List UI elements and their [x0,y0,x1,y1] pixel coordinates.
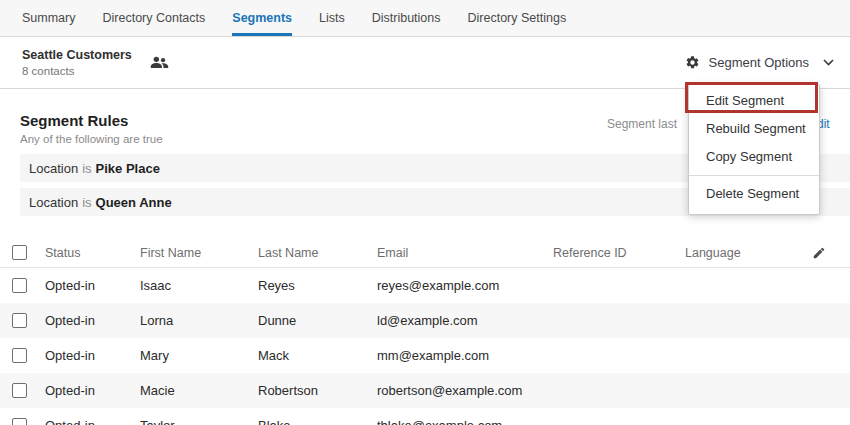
rule-value: Queen Anne [96,195,172,210]
cell-last-name: Dunne [258,313,377,328]
table-row: Opted-inMacieRobertsonrobertson@example.… [0,373,850,408]
select-all-cell [0,245,45,260]
cell-status: Opted-in [45,383,140,398]
tab-directory-settings[interactable]: Directory Settings [468,0,567,36]
row-select-cell [0,278,45,293]
directory-tab-bar: SummaryDirectory ContactsSegmentsListsDi… [0,0,850,37]
chevron-down-icon [823,59,834,66]
rule-field: Location [29,161,78,176]
segment-title: Seattle Customers [22,48,132,63]
segment-options-label: Segment Options [709,55,809,70]
row-select-cell [0,418,45,425]
row-checkbox[interactable] [12,418,27,425]
menu-item-edit-segment[interactable]: Edit Segment [689,87,819,115]
cell-email: mm@example.com [377,348,553,363]
table-header-row: StatusFirst NameLast NameEmailReference … [0,238,850,268]
column-header-status: Status [45,246,140,260]
column-header-reference-id: Reference ID [553,246,685,260]
table-row: Opted-inMaryMackmm@example.com [0,338,850,373]
segment-last-refreshed-text: Segment last [607,117,677,131]
pencil-icon[interactable] [812,246,826,260]
cell-last-name: Mack [258,348,377,363]
cell-last-name: Blake [258,418,377,425]
column-header-first-name: First Name [140,246,258,260]
segment-header: Seattle Customers 8 contacts Segment Opt… [0,37,850,89]
contact-count: 8 contacts [22,64,132,78]
select-all-checkbox[interactable] [12,245,27,260]
cell-status: Opted-in [45,278,140,293]
row-checkbox[interactable] [12,348,27,363]
people-icon [150,55,169,70]
rule-value: Pike Place [96,161,160,176]
menu-item-delete-segment[interactable]: Delete Segment [689,180,819,208]
column-header-email: Email [377,246,553,260]
tab-distributions[interactable]: Distributions [372,0,441,36]
cell-last-name: Robertson [258,383,377,398]
tab-summary[interactable]: Summary [22,0,75,36]
row-select-cell [0,348,45,363]
cell-email: robertson@example.com [377,383,553,398]
column-header-last-name: Last Name [258,246,377,260]
cell-first-name: Isaac [140,278,258,293]
cell-first-name: Mary [140,348,258,363]
menu-divider [689,175,819,176]
contacts-table: StatusFirst NameLast NameEmailReference … [0,238,850,425]
row-select-cell [0,313,45,328]
cell-status: Opted-in [45,348,140,363]
column-header-language: Language [685,246,800,260]
cell-last-name: Reyes [258,278,377,293]
table-row: Opted-inIsaacReyesreyes@example.com [0,268,850,303]
segment-options-menu: Edit SegmentRebuild SegmentCopy SegmentD… [688,84,820,215]
cell-status: Opted-in [45,313,140,328]
menu-item-copy-segment[interactable]: Copy Segment [689,143,819,171]
tab-segments[interactable]: Segments [232,0,292,36]
cell-email: reyes@example.com [377,278,553,293]
rule-operator: is [82,195,91,210]
table-body: Opted-inIsaacReyesreyes@example.comOpted… [0,268,850,425]
cell-status: Opted-in [45,418,140,425]
cell-first-name: Lorna [140,313,258,328]
row-checkbox[interactable] [12,383,27,398]
rule-field: Location [29,195,78,210]
row-checkbox[interactable] [12,278,27,293]
table-row: Opted-inLornaDunneld@example.com [0,303,850,338]
menu-item-rebuild-segment[interactable]: Rebuild Segment [689,115,819,143]
segment-options-button[interactable]: Segment Options [685,55,834,70]
row-select-cell [0,383,45,398]
cell-email: ld@example.com [377,313,553,328]
rule-operator: is [82,161,91,176]
tab-lists[interactable]: Lists [319,0,345,36]
table-row: Opted-inTaylorBlaketblake@example.com [0,408,850,425]
segment-title-block: Seattle Customers 8 contacts [22,48,132,78]
gear-icon [685,55,700,70]
cell-email: tblake@example.com [377,418,553,425]
edit-columns-cell [800,246,850,260]
row-checkbox[interactable] [12,313,27,328]
cell-first-name: Macie [140,383,258,398]
cell-first-name: Taylor [140,418,258,425]
tab-directory-contacts[interactable]: Directory Contacts [102,0,205,36]
